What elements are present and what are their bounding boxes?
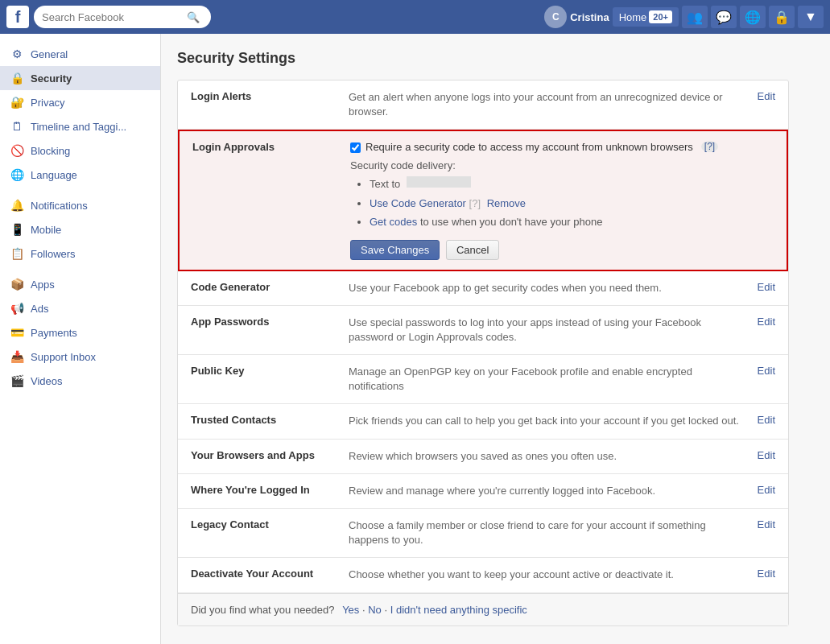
- remove-link[interactable]: Remove: [487, 197, 526, 209]
- get-codes-link[interactable]: Get codes: [370, 216, 417, 228]
- sidebar-item-notifications[interactable]: 🔔 Notifications: [0, 193, 160, 217]
- list-item: Text to: [370, 175, 774, 193]
- code-generator-edit[interactable]: Edit: [758, 281, 775, 293]
- nav-user: C Cristina: [544, 6, 609, 28]
- sidebar-item-mobile[interactable]: 📱 Mobile: [0, 217, 160, 242]
- trusted-contacts-label: Trusted Contacts: [191, 414, 336, 426]
- payments-icon: 💳: [10, 325, 24, 340]
- sidebar-item-language[interactable]: 🌐 Language: [0, 163, 160, 187]
- sidebar: ⚙ General 🔒 Security 🔐 Privacy 🗒 Timelin…: [0, 34, 161, 644]
- list-item: Get codes to use when you don't have you…: [370, 213, 774, 231]
- search-icon: 🔍: [187, 11, 200, 23]
- feedback-yes[interactable]: Yes: [342, 604, 359, 616]
- list-item: Use Code Generator [?] Remove: [370, 194, 774, 213]
- app-passwords-row: App Passwords Use special passwords to l…: [178, 306, 788, 355]
- deactivate-row: Deactivate Your Account Choose whether y…: [178, 558, 788, 592]
- facebook-logo[interactable]: f: [6, 6, 29, 28]
- sidebar-item-blocking[interactable]: 🚫 Blocking: [0, 138, 160, 163]
- logged-in-desc: Review and manage where you're currently…: [349, 484, 745, 498]
- messages-icon[interactable]: 💬: [711, 6, 737, 28]
- lock-icon[interactable]: 🔒: [769, 6, 795, 28]
- deactivate-edit[interactable]: Edit: [758, 568, 775, 580]
- approvals-content: Require a security code to access my acc…: [350, 141, 774, 259]
- logged-in-label: Where You're Logged In: [191, 484, 336, 496]
- app-passwords-edit[interactable]: Edit: [758, 316, 775, 328]
- public-key-row: Public Key Manage an OpenPGP key on your…: [178, 355, 788, 404]
- app-passwords-label: App Passwords: [191, 316, 336, 328]
- privacy-icon: 🔐: [10, 95, 24, 109]
- feedback-dot2: ·: [384, 604, 390, 616]
- public-key-desc: Manage an OpenPGP key on your Facebook p…: [349, 365, 745, 394]
- sidebar-item-ads[interactable]: 📢 Ads: [0, 296, 160, 320]
- browsers-apps-row: Your Browsers and Apps Review which brow…: [178, 440, 788, 474]
- app-passwords-desc: Use special passwords to log into your a…: [349, 316, 745, 345]
- blocking-icon: 🚫: [10, 143, 24, 158]
- search-bar[interactable]: 🔍: [34, 6, 211, 28]
- approvals-checkbox-label: Require a security code to access my acc…: [365, 141, 693, 153]
- sidebar-item-videos[interactable]: 🎬 Videos: [0, 369, 160, 393]
- globe-icon[interactable]: 🌐: [740, 6, 766, 28]
- code-generator-help: [?]: [469, 197, 481, 209]
- avatar: C: [544, 6, 567, 28]
- sidebar-item-privacy[interactable]: 🔐 Privacy: [0, 90, 160, 114]
- legacy-contact-row: Legacy Contact Choose a family member or…: [178, 509, 788, 558]
- dropdown-icon[interactable]: ▼: [798, 6, 824, 28]
- sidebar-item-general[interactable]: ⚙ General: [0, 42, 160, 66]
- sidebar-item-followers[interactable]: 📋 Followers: [0, 242, 160, 266]
- sidebar-item-support-inbox[interactable]: 📥 Support Inbox: [0, 345, 160, 369]
- main-content: Security Settings Login Alerts Get an al…: [161, 34, 830, 644]
- browsers-apps-edit[interactable]: Edit: [758, 449, 775, 461]
- security-delivery-label: Security code delivery:: [350, 159, 774, 171]
- top-navigation: f 🔍 C Cristina Home 20+ 👥 💬 🌐 🔒 ▼: [0, 0, 830, 34]
- delivery-options-list: Text to Use Code Generator [?] Remove Ge…: [350, 175, 774, 231]
- support-inbox-icon: 📥: [10, 349, 24, 364]
- code-generator-desc: Use your Facebook app to get security co…: [349, 281, 745, 295]
- feedback-no[interactable]: No: [368, 604, 382, 616]
- public-key-label: Public Key: [191, 365, 336, 377]
- sidebar-item-timeline[interactable]: 🗒 Timeline and Taggi...: [0, 114, 160, 138]
- friends-icon[interactable]: 👥: [682, 6, 708, 28]
- sidebar-item-payments[interactable]: 💳 Payments: [0, 320, 160, 345]
- followers-icon: 📋: [10, 246, 24, 261]
- feedback-neither[interactable]: I didn't need anything specific: [390, 604, 527, 616]
- logged-in-edit[interactable]: Edit: [758, 484, 775, 496]
- browsers-apps-label: Your Browsers and Apps: [191, 449, 336, 461]
- logged-in-row: Where You're Logged In Review and manage…: [178, 474, 788, 509]
- text-to-value: [407, 176, 471, 188]
- nav-right: C Cristina Home 20+ 👥 💬 🌐 🔒 ▼: [544, 6, 824, 28]
- legacy-contact-edit[interactable]: Edit: [758, 518, 775, 530]
- timeline-icon: 🗒: [10, 119, 24, 134]
- apps-icon: 📦: [10, 277, 24, 291]
- save-changes-button[interactable]: Save Changes: [350, 240, 440, 260]
- login-approvals-row: Login Approvals Require a security code …: [178, 130, 788, 270]
- code-generator-link[interactable]: Use Code Generator: [370, 197, 466, 209]
- browsers-apps-desc: Review which browsers you saved as ones …: [349, 449, 745, 464]
- public-key-edit[interactable]: Edit: [758, 365, 775, 377]
- trusted-contacts-edit[interactable]: Edit: [758, 414, 775, 426]
- search-input[interactable]: [42, 11, 187, 23]
- username: Cristina: [570, 11, 609, 23]
- text-to-label: Text to: [370, 178, 400, 190]
- page-title: Security Settings: [177, 50, 814, 67]
- approvals-help-icon[interactable]: [?]: [701, 141, 718, 152]
- approvals-checkbox[interactable]: [350, 142, 361, 153]
- mobile-icon: 📱: [10, 222, 24, 237]
- settings-table: Login Alerts Get an alert when anyone lo…: [177, 80, 789, 626]
- home-badge: 20+: [649, 10, 672, 23]
- login-alerts-edit[interactable]: Edit: [758, 90, 775, 102]
- legacy-contact-label: Legacy Contact: [191, 518, 336, 530]
- home-button[interactable]: Home 20+: [613, 7, 679, 27]
- sidebar-item-apps[interactable]: 📦 Apps: [0, 272, 160, 296]
- cancel-button[interactable]: Cancel: [446, 240, 499, 260]
- approvals-checkbox-row: Require a security code to access my acc…: [350, 141, 774, 153]
- code-generator-label: Code Generator: [191, 281, 336, 293]
- feedback-row: Did you find what you needed? Yes · No ·…: [178, 593, 788, 625]
- feedback-question: Did you find what you needed?: [191, 604, 335, 616]
- sidebar-item-security[interactable]: 🔒 Security: [0, 66, 160, 90]
- page-wrap: ⚙ General 🔒 Security 🔐 Privacy 🗒 Timelin…: [0, 34, 830, 644]
- trusted-contacts-desc: Pick friends you can call to help you ge…: [349, 414, 745, 428]
- footer: About Create Ad Create Page Developers C…: [190, 634, 802, 644]
- login-approvals-label: Login Approvals: [192, 141, 337, 153]
- get-codes-suffix: to use when you don't have your phone: [420, 216, 603, 228]
- general-icon: ⚙: [10, 47, 24, 61]
